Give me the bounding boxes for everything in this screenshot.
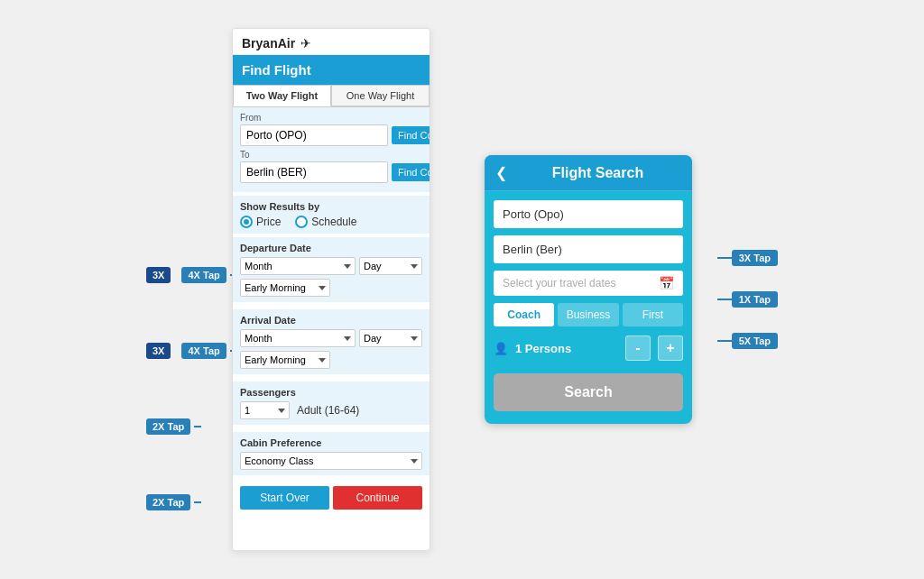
departure-month-select[interactable]: Month <box>240 257 356 275</box>
departure-annotation: 3X 4X Tap <box>146 267 237 283</box>
search-button[interactable]: Search <box>494 373 683 411</box>
persons-count-label: 1 Persons <box>515 342 618 355</box>
arrival-time-select[interactable]: Early Morning <box>240 351 330 369</box>
3x-tap-badge: 3X Tap <box>732 250 778 266</box>
person-icon: 👤 <box>494 342 508 355</box>
mobile-from-input[interactable] <box>494 200 683 228</box>
passengers-label: Passengers <box>240 387 422 398</box>
business-tab[interactable]: Business <box>558 303 618 326</box>
adult-label: Adult (16-64) <box>297 404 359 417</box>
passengers-row: 1 2 3 Adult (16-64) <box>240 401 422 419</box>
results-section: Show Results by Price Schedule <box>233 196 430 234</box>
two-way-tab[interactable]: Two Way Flight <box>233 85 331 106</box>
tap-label-passengers: 2X Tap <box>146 418 190 435</box>
show-results-label: Show Results by <box>240 201 422 212</box>
left-header: BryanAir ✈ <box>233 29 430 55</box>
right-panel-wrapper: ❮ Flight Search Select your travel dates… <box>485 155 692 424</box>
cabin-annotation: 2X Tap <box>146 494 237 510</box>
tap-label-cabin: 2X Tap <box>146 494 190 510</box>
flight-type-tabs: Two Way Flight One Way Flight <box>233 85 430 107</box>
persons-row: 👤 1 Persons - + <box>494 334 683 363</box>
tap-label-arrival: 4X Tap <box>181 343 226 359</box>
departure-date-section: Departure Date Month Day Early Morning <box>233 237 430 302</box>
left-panel: BryanAir ✈ Find Flight Two Way Flight On… <box>232 28 430 551</box>
price-radio-circle[interactable] <box>240 216 253 228</box>
to-label: To <box>240 150 422 160</box>
bottom-buttons: Start Over Continue <box>233 479 430 517</box>
arrival-annotation: 3X 4X Tap <box>146 343 237 359</box>
persons-text: Persons <box>525 342 571 355</box>
mobile-panel: ❮ Flight Search Select your travel dates… <box>485 155 692 424</box>
3x-badge-departure: 3X <box>146 267 171 283</box>
coach-tab[interactable]: Coach <box>494 303 554 326</box>
minus-button[interactable]: - <box>625 335 651 361</box>
passengers-section: Passengers 1 2 3 Adult (16-64) <box>233 381 430 425</box>
mobile-date-row[interactable]: Select your travel dates 📅 <box>494 271 683 296</box>
mobile-class-tabs: Coach Business First <box>494 303 683 326</box>
mobile-to-input[interactable] <box>494 235 683 263</box>
back-button[interactable]: ❮ <box>495 164 507 181</box>
cabin-select[interactable]: Economy Class Business Class First Class <box>240 452 422 470</box>
price-label: Price <box>256 216 281 228</box>
arrival-day-select[interactable]: Day <box>359 329 422 347</box>
to-find-code-button[interactable]: Find Code <box>392 163 430 181</box>
persons-annotation-right: 5X Tap <box>717 333 778 349</box>
arrival-date-section: Arrival Date Month Day Early Morning <box>233 309 430 374</box>
schedule-radio-circle[interactable] <box>295 216 308 228</box>
5x-tap-badge: 5X Tap <box>732 333 778 349</box>
mobile-body: Select your travel dates 📅 Coach Busines… <box>485 191 692 424</box>
from-field-row: Find Code <box>240 124 422 146</box>
mobile-header: ❮ Flight Search <box>485 155 692 191</box>
from-input[interactable] <box>240 124 388 146</box>
plane-icon: ✈ <box>300 36 311 51</box>
price-radio[interactable]: Price <box>240 216 281 228</box>
departure-time-select[interactable]: Early Morning <box>240 279 330 297</box>
find-flight-banner: Find Flight <box>233 55 430 85</box>
brand-name: BryanAir <box>242 36 295 51</box>
cabin-section: Cabin Preference Economy Class Business … <box>233 432 430 475</box>
from-find-code-button[interactable]: Find Code <box>392 126 430 144</box>
cabin-label: Cabin Preference <box>240 437 422 448</box>
passengers-annotation: 2X Tap <box>146 418 237 435</box>
arrival-date-row: Month Day <box>240 329 422 347</box>
to-input[interactable] <box>240 161 388 183</box>
persons-number: 1 <box>515 342 522 355</box>
start-over-button[interactable]: Start Over <box>240 486 329 510</box>
one-way-tab[interactable]: One Way Flight <box>331 85 430 106</box>
continue-button[interactable]: Continue <box>333 486 422 510</box>
departure-date-row: Month Day <box>240 257 422 275</box>
first-tab[interactable]: First <box>623 303 683 326</box>
from-section: From Find Code To Find Code <box>233 107 430 192</box>
class-annotation-right: 1X Tap <box>717 291 778 308</box>
1x-tap-badge: 1X Tap <box>732 291 778 308</box>
plus-button[interactable]: + <box>658 335 683 361</box>
mobile-title: Flight Search <box>514 165 681 181</box>
tap-label-departure: 4X Tap <box>181 267 226 283</box>
schedule-label: Schedule <box>311 216 356 228</box>
3x-badge-arrival: 3X <box>146 343 171 359</box>
from-label: From <box>240 113 422 123</box>
results-radio-group: Price Schedule <box>240 216 422 228</box>
departure-date-label: Departure Date <box>240 243 422 253</box>
arrival-date-label: Arrival Date <box>240 315 422 326</box>
mobile-date-placeholder: Select your travel dates <box>503 277 653 290</box>
date-annotation-right: 3X Tap <box>717 250 778 266</box>
passenger-count-select[interactable]: 1 2 3 <box>240 401 290 419</box>
arrival-month-select[interactable]: Month <box>240 329 356 347</box>
schedule-radio[interactable]: Schedule <box>295 216 356 228</box>
to-field-row: Find Code <box>240 161 422 183</box>
left-panel-wrapper: 3X 4X Tap 3X 4X Tap 2X Tap 2X Tap BryanA… <box>232 28 430 551</box>
calendar-icon: 📅 <box>659 276 674 290</box>
find-flight-title: Find Flight <box>242 62 311 78</box>
departure-day-select[interactable]: Day <box>359 257 422 275</box>
